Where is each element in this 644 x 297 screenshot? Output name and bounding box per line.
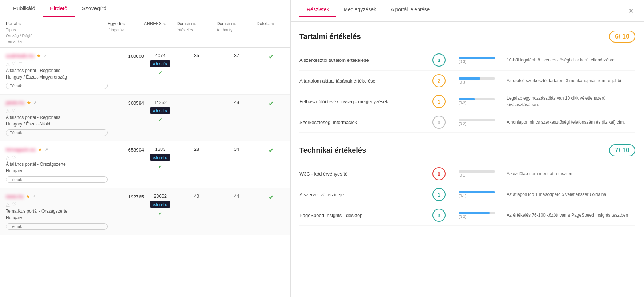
col-header-dofollow: Dofol... ⇅ — [257, 21, 286, 44]
right-tab-notes[interactable]: Megjegyzések — [336, 5, 383, 17]
action-heart-1[interactable]: ♡ — [12, 108, 17, 113]
metric-desc-c3: A honlapon nincs szerkesztőségi telefons… — [507, 119, 635, 125]
star-icon-2[interactable]: ★ — [38, 147, 43, 152]
ahrefs-cell-3: 23062 ahrefs ✓ — [144, 193, 177, 217]
tab-copywriter[interactable]: Szövegíró — [75, 0, 114, 17]
ahrefs-badge-2[interactable]: ahrefs — [150, 154, 170, 161]
action-triangle-1[interactable]: △ — [6, 108, 10, 113]
ahrefs-badge-1[interactable]: ahrefs — [150, 107, 170, 114]
portal-cell-0: szalinkallo.hu ★ ↗ △ ♡ □ Általános portá… — [6, 53, 108, 89]
metric-label-t1: A szerver válaszideje — [299, 192, 428, 197]
col-header-domain-rating: Domain ⇅ értékelés — [177, 21, 217, 44]
visitors-0: 160000 — [108, 53, 144, 59]
ahrefs-cell-2: 1383 ahrefs ✓ — [144, 147, 177, 170]
portal-name-3[interactable]: news.hu — [6, 194, 23, 199]
metric-desc-t1: Az átlagos idő 1 másodperc 5 véletlensze… — [507, 191, 635, 198]
action-comment-2[interactable]: □ — [19, 154, 22, 160]
external-icon-2[interactable]: ↗ — [45, 147, 48, 152]
ahrefs-badge-3[interactable]: ahrefs — [150, 201, 170, 208]
metric-range-c2: (0-2) — [459, 101, 502, 105]
table-row: news.hu ★ ↗ △ ♡ □ Tematikus portál - Ors… — [0, 188, 290, 235]
portal-type-2: Általános portál - Országszerte — [6, 162, 108, 167]
star-icon-1[interactable]: ★ — [27, 100, 31, 105]
action-comment-1[interactable]: □ — [19, 108, 22, 113]
external-icon-1[interactable]: ↗ — [33, 100, 37, 105]
portal-tag-3[interactable]: Témák — [6, 223, 108, 230]
metric-desc-t0: A kezdőlap nem ment át a teszten — [507, 170, 635, 177]
action-heart-3[interactable]: ♡ — [12, 201, 17, 207]
ahrefs-number-2: 1383 — [155, 147, 166, 152]
sort-icon-ahrefs[interactable]: ⇅ — [163, 22, 166, 26]
domain-rating-2: 28 — [177, 147, 217, 152]
right-tabs: Részletek Megjegyzések A portál jelentés… — [299, 5, 437, 16]
metric-desc-t2: Az értékelés 76-100 között van a PageSpe… — [507, 212, 635, 218]
content-section: Tartalmi értékelés 6/ 10 A szerkesztői t… — [299, 31, 635, 133]
domain-rating-3: 40 — [177, 193, 217, 199]
metric-row-content-1: A tartalom aktualitásának értékelése 2 (… — [299, 71, 635, 91]
ahrefs-badge-0[interactable]: ahrefs — [150, 60, 170, 67]
action-comment-3[interactable]: □ — [19, 201, 22, 207]
metric-label-c1: A tartalom aktualitásának értékelése — [299, 78, 428, 84]
sort-icon-dofollow[interactable]: ⇅ — [271, 22, 274, 26]
metric-badge-c1: 2 — [432, 74, 446, 87]
domain-authority-1: 49 — [217, 100, 257, 105]
metric-badge-t1: 1 — [432, 188, 446, 201]
visitors-2: 658904 — [108, 147, 144, 153]
close-button[interactable]: ✕ — [627, 5, 635, 16]
metric-badge-c3: 0 — [432, 116, 446, 129]
external-icon-0[interactable]: ↗ — [43, 53, 47, 58]
portal-region-1: Hungary / Észak-Alföld — [6, 121, 108, 127]
sort-icon-domain-rating[interactable]: ⇅ — [193, 22, 196, 26]
portal-cell-2: hirmagazin.eu ★ ↗ △ ♡ □ Általános portál… — [6, 147, 108, 183]
portal-tag-2[interactable]: Témák — [6, 176, 108, 183]
metric-row-content-2: Felhasználói tevékenység - megjegyzések … — [299, 91, 635, 112]
metric-badge-t2: 3 — [432, 209, 446, 222]
portal-type-1: Általános portál - Regionális — [6, 115, 108, 120]
metric-bar-c2: (0-2) — [459, 98, 502, 105]
portal-name-0[interactable]: szalinkallo.hu — [6, 53, 34, 59]
action-heart-2[interactable]: ♡ — [12, 154, 17, 160]
action-comment-0[interactable]: □ — [19, 61, 22, 67]
dofollow-1: ✔ — [257, 100, 286, 108]
portal-tag-1[interactable]: Témák — [6, 129, 108, 136]
domain-authority-0: 37 — [217, 53, 257, 58]
top-tabs: Publikáló Hirdető Szövegíró — [0, 0, 290, 17]
col-header-ahrefs: AHREFS ⇅ — [144, 21, 177, 44]
metric-badge-c0: 3 — [432, 53, 446, 67]
tab-advertiser[interactable]: Hirdető — [43, 0, 75, 17]
technical-section-score: 7/ 10 — [609, 144, 635, 156]
right-tab-details[interactable]: Részletek — [299, 5, 336, 17]
ahrefs-number-3: 23062 — [154, 193, 167, 199]
metric-bar-c1: (0-3) — [459, 77, 502, 84]
technical-section-title: Technikai értékelés — [299, 146, 366, 154]
ahrefs-number-0: 4074 — [155, 53, 166, 58]
portal-tag-0[interactable]: Témák — [6, 83, 108, 89]
action-heart-0[interactable]: ♡ — [12, 61, 17, 67]
sort-icon-domain-authority[interactable]: ⇅ — [233, 22, 236, 26]
portal-type-3: Tematikus portál - Országszerte — [6, 209, 108, 214]
sort-icon-portal[interactable]: ⇅ — [18, 22, 21, 26]
domain-authority-2: 34 — [217, 147, 257, 152]
metric-desc-c1: Az utolsó szerkesztői tartalom 3 munkana… — [507, 77, 635, 84]
external-icon-3[interactable]: ↗ — [32, 194, 36, 199]
portal-cell-3: news.hu ★ ↗ △ ♡ □ Tematikus portál - Ors… — [6, 193, 108, 230]
left-panel: Publikáló Hirdető Szövegíró Portál ⇅ Típ… — [0, 0, 291, 297]
portal-name-2[interactable]: hirmagazin.eu — [6, 147, 36, 152]
action-triangle-2[interactable]: △ — [6, 154, 10, 160]
tab-publisher[interactable]: Publikáló — [6, 0, 43, 17]
col-header-domain-authority: Domain ⇅ Authority — [217, 21, 257, 44]
metric-label-t0: W3C - kód érvényesítő — [299, 171, 428, 177]
sort-icon-visitors[interactable]: ⇅ — [122, 22, 125, 26]
dofollow-check-3: ✔ — [269, 194, 274, 201]
right-tab-report[interactable]: A portál jelentése — [383, 5, 437, 17]
star-icon-3[interactable]: ★ — [25, 193, 30, 199]
metric-row-tech-0: W3C - kód érvényesítő 0 (0-1) A kezdőlap… — [299, 164, 635, 184]
metric-bar-c0: (0-3) — [459, 57, 502, 64]
action-triangle-3[interactable]: △ — [6, 201, 10, 207]
action-triangle-0[interactable]: △ — [6, 61, 10, 67]
portal-name-1[interactable]: jalsito.hu — [6, 100, 24, 105]
table-row: jalsito.hu ★ ↗ △ ♡ □ Általános portál - … — [0, 95, 290, 141]
star-icon-0[interactable]: ★ — [36, 53, 41, 59]
metric-label-c0: A szerkesztői tartalom értékelése — [299, 57, 428, 63]
metric-label-c2: Felhasználói tevékenység - megjegyzések — [299, 99, 428, 104]
